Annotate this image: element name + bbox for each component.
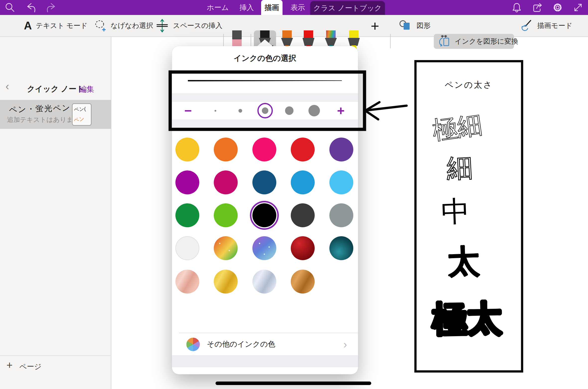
thickness-callout-arrow [365,102,407,119]
redo-icon[interactable] [46,2,57,13]
top-bar: ホーム 挿入 描画 表示 クラス ノートブック [0,0,588,15]
thickness-dot-3[interactable] [257,103,273,119]
plus-icon: + [6,359,13,371]
ink-color-popover: インクの色の選択 − + その他のインクの色 › [172,46,358,374]
color-swatch-blue[interactable] [291,170,315,194]
color-grid-row [175,138,355,161]
handwritten-thickness-samples: 極細 細 中 太 極太 [417,62,521,370]
undo-icon[interactable] [25,2,36,13]
sample-thick: 太 [447,243,481,280]
sample-medium: 中 [441,195,470,228]
thickness-band-bottom [172,120,358,127]
tab-home[interactable]: ホーム [206,0,230,15]
color-swatch-gold-glitter[interactable] [214,236,238,260]
tab-view[interactable]: 表示 [288,0,308,15]
color-swatch-orange[interactable] [214,138,238,161]
thickness-dot-4[interactable] [281,103,297,119]
page-thumbnail: ペン( ペン [72,103,91,126]
color-swatch-green[interactable] [175,203,199,227]
popover-caret [256,39,273,47]
color-swatch-pink[interactable] [252,138,276,161]
color-swatch-galaxy[interactable] [252,236,276,260]
insert-space-button[interactable]: スペースの挿入 [155,15,222,36]
page-subtitle: 追加テキストはありま… [7,115,79,124]
ink-to-shape-button[interactable]: インクを図形に変換 [434,34,514,49]
color-swatch-dark-pink[interactable] [214,170,238,194]
add-pen-button[interactable]: + [371,15,379,36]
add-page-button[interactable]: + ページ [0,355,110,389]
thickness-control-row: − + [172,102,358,120]
thickness-increase-button[interactable]: + [333,102,349,120]
shapes-button[interactable]: 図形 [399,15,431,36]
stroke-preview [187,78,344,83]
popover-footer-band [172,355,358,367]
more-ink-colors-button[interactable]: その他のインクの色 › [172,333,358,355]
thickness-dot-1[interactable] [207,103,223,119]
notebook-section-title: クイック ノート [0,84,111,94]
shapes-icon [399,19,413,32]
tab-class-notebook[interactable]: クラス ノートブック [310,1,385,15]
color-swatch-black[interactable] [252,203,276,227]
pen-thickness-panel: ペンの太さ 極細 細 中 太 極太 [414,60,523,373]
color-swatch-teal-lava[interactable] [329,236,353,260]
color-swatch-white[interactable] [175,236,199,260]
color-swatch-gray[interactable] [329,203,353,227]
draw-mode-icon [520,19,533,32]
insert-space-icon [155,18,169,33]
page-list-item-selected[interactable]: ペン・蛍光ペン 追加テキストはありま… ペン( ペン [0,100,111,129]
search-icon[interactable] [4,2,15,13]
draw-toolbar: A テキスト モード なげなわ選択 スペースの挿入 [0,15,588,37]
page-list-sidebar: ‹ クイック ノート 編集 ペン・蛍光ペン 追加テキストはありま… ペン( ペン… [0,37,111,389]
fullscreen-icon[interactable] [573,2,584,13]
draw-mode-button[interactable]: 描画モード [520,15,572,36]
thickness-dot-2[interactable] [232,103,248,119]
color-swatch-gold[interactable] [214,270,238,294]
text-mode-button[interactable]: A テキスト モード [24,15,88,36]
color-swatch-yellow[interactable] [175,138,199,161]
color-swatch-red-lava[interactable] [291,236,315,260]
color-swatch-rose-gold[interactable] [175,270,199,294]
thickness-band-top [172,93,358,102]
color-swatch-bronze[interactable] [291,270,315,294]
edit-button[interactable]: 編集 [79,84,94,94]
color-swatch-purple[interactable] [329,138,353,161]
thickness-dot-5[interactable] [306,103,322,119]
page-title-handwriting: ペン・蛍光ペン [9,102,71,116]
popover-title: インクの色の選択 [172,53,358,64]
toolbar-divider [390,34,391,48]
color-swatch-silver[interactable] [252,270,276,294]
color-grid-row [175,170,355,194]
sample-extra-thick: 極太 [432,299,503,339]
chevron-right-icon: › [343,339,347,350]
settings-icon[interactable] [552,2,563,13]
text-mode-icon: A [24,19,32,32]
color-wheel-icon [186,338,200,351]
color-swatch-light-blue[interactable] [329,170,353,194]
color-grid-row [175,203,355,227]
sample-extra-thin: 極細 [431,110,484,145]
color-swatch-red[interactable] [291,138,315,161]
color-grid-row [175,270,355,294]
lasso-icon [94,19,107,33]
tab-insert[interactable]: 挿入 [236,0,257,15]
color-swatch-dark-blue[interactable] [252,170,276,194]
tab-draw[interactable]: 描画 [261,0,283,15]
home-indicator[interactable] [216,382,371,385]
lasso-select-button[interactable]: なげなわ選択 [94,15,153,36]
notifications-icon[interactable] [511,2,522,13]
thickness-decrease-button[interactable]: − [180,102,196,120]
share-icon[interactable] [532,2,543,13]
color-grid-row [175,236,355,260]
eraser-cap [232,30,242,39]
ink-to-shape-icon [438,35,451,48]
color-swatch-light-green[interactable] [214,203,238,227]
sample-thin: 細 [446,152,474,183]
color-swatch-magenta[interactable] [175,170,199,194]
color-swatch-dark-gray[interactable] [291,203,315,227]
